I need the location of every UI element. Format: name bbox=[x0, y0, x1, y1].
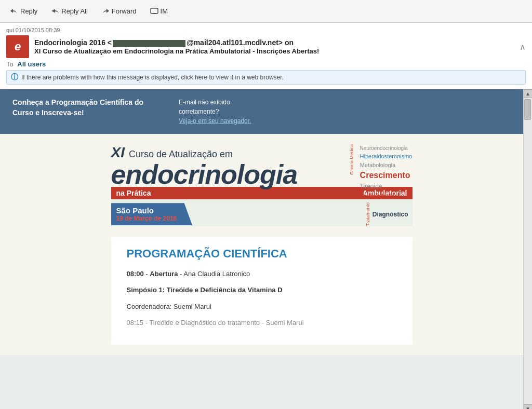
email-subject: XI Curso de Atualização em Endocrinologi… bbox=[34, 47, 514, 55]
banner-left-text: Conheça a Programação Científica do Curs… bbox=[12, 98, 158, 118]
sender-info: Endocrinologia 2016 <@mail204.atl101.mcd… bbox=[34, 38, 514, 54]
logo-date: 19 de Março de 2016 bbox=[116, 215, 177, 222]
word-diagnostico: Diagnóstico bbox=[373, 211, 408, 218]
scroll-track[interactable] bbox=[524, 98, 532, 404]
im-button[interactable]: IM bbox=[144, 5, 174, 18]
reply-icon bbox=[10, 7, 18, 16]
program-item-simposio1: Simpósio 1: Tireóide e Deficiência da Vi… bbox=[127, 285, 397, 295]
redacted-email bbox=[113, 40, 185, 47]
scroll-down-button[interactable]: ▼ bbox=[524, 404, 533, 409]
forward-button[interactable]: Forward bbox=[96, 5, 142, 18]
browser-view-link[interactable]: Veja-o em seu navegador. bbox=[179, 117, 251, 125]
info-message: If there are problems with how this mess… bbox=[21, 74, 284, 81]
logo-box: XI Curso de Atualização em endocrinologi… bbox=[111, 144, 413, 226]
sender-row: e Endocrinologia 2016 <@mail204.atl101.m… bbox=[6, 35, 526, 58]
logo-area: XI Curso de Atualização em endocrinologi… bbox=[0, 134, 523, 231]
logo-main-word: endocrinologia bbox=[111, 161, 298, 188]
forward-icon bbox=[101, 7, 110, 16]
logo-curso: Curso de Atualização em bbox=[129, 149, 233, 160]
vertical-word-clinica: Clínica Médica bbox=[349, 144, 356, 186]
collapse-button[interactable]: ∧ bbox=[520, 42, 526, 52]
email-date: qui 01/10/2015 08:39 bbox=[6, 27, 526, 33]
word-puberdade: Puberdade bbox=[360, 191, 413, 201]
logo-xi: XI bbox=[111, 144, 125, 161]
word-tratamento: Tratamento bbox=[365, 202, 370, 226]
scrollbar: ▲ ▼ bbox=[523, 89, 532, 409]
im-icon bbox=[150, 7, 158, 16]
word-hiper: Hiperaldosteronismo bbox=[360, 152, 413, 161]
email-content-wrapper: Conheça a Programação Científica do Curs… bbox=[0, 89, 532, 409]
to-value: All users bbox=[17, 60, 46, 68]
reply-all-icon bbox=[51, 7, 59, 16]
toolbar: Reply Reply All Forward IM bbox=[0, 0, 532, 23]
banner-right: E-mail não exibido corretamente? Veja-o … bbox=[179, 98, 251, 126]
sender-name: Endocrinologia 2016 <@mail204.atl101.mcd… bbox=[34, 38, 514, 47]
logo-place-bar: São Paulo 19 de Março de 2016 bbox=[111, 203, 193, 225]
word-neuro: Neuroendocrinologia bbox=[360, 144, 413, 152]
word-tireoide: Tireóide bbox=[360, 182, 413, 191]
program-item-partial: 08:15 - Tireóide e Diagnóstico do tratam… bbox=[127, 318, 397, 328]
program-box: PROGRAMAÇÃO CIENTÍFICA 08:00 - Abertura … bbox=[111, 237, 413, 345]
program-item-coord: Coordenadora: Suemi Marui bbox=[127, 302, 397, 312]
email-banner: Conheça a Programação Científica do Curs… bbox=[0, 89, 523, 134]
scroll-thumb[interactable] bbox=[524, 99, 531, 120]
email-body: Conheça a Programação Científica do Curs… bbox=[0, 89, 523, 409]
svg-rect-0 bbox=[151, 8, 158, 13]
program-item-abertura: 08:00 - Abertura - Ana Claudia Latronico bbox=[127, 269, 397, 279]
reply-all-button[interactable]: Reply All bbox=[45, 5, 94, 18]
scroll-up-button[interactable]: ▲ bbox=[524, 89, 533, 98]
word-cresc: Crescimento bbox=[360, 169, 413, 182]
reply-button[interactable]: Reply bbox=[4, 5, 43, 18]
info-icon: ⓘ bbox=[11, 73, 18, 82]
to-row: To All users bbox=[6, 60, 526, 68]
info-bar: ⓘ If there are problems with how this me… bbox=[6, 70, 526, 85]
program-title: PROGRAMAÇÃO CIENTÍFICA bbox=[127, 247, 397, 261]
program-area: PROGRAMAÇÃO CIENTÍFICA 08:00 - Abertura … bbox=[0, 231, 523, 355]
avatar: e bbox=[6, 35, 29, 58]
email-header: qui 01/10/2015 08:39 e Endocrinologia 20… bbox=[0, 23, 532, 89]
word-meta: Metabolologia bbox=[360, 161, 413, 170]
